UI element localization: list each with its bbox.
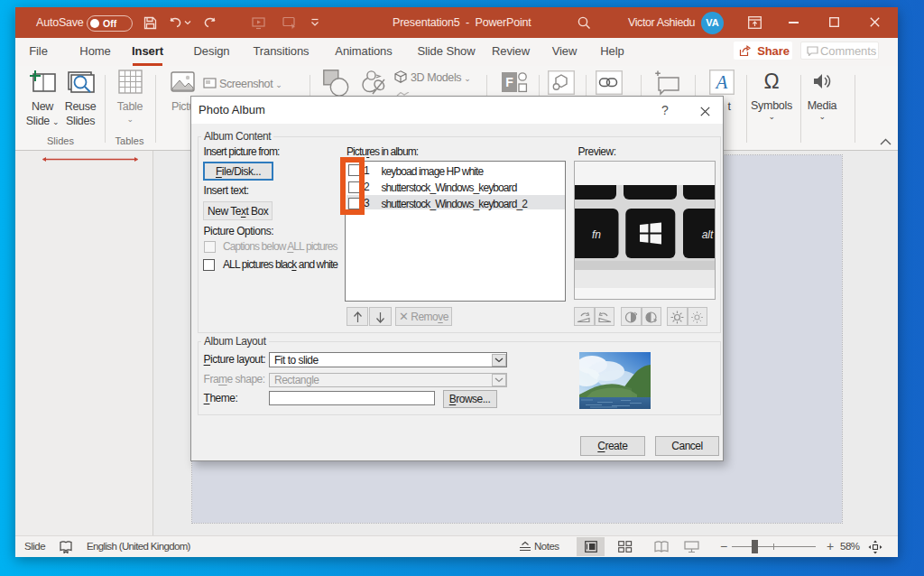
svg-text:alt: alt [701, 228, 713, 241]
svg-text:fn: fn [592, 228, 601, 241]
svg-text:A: A [715, 71, 728, 93]
svg-text:F: F [505, 75, 513, 89]
